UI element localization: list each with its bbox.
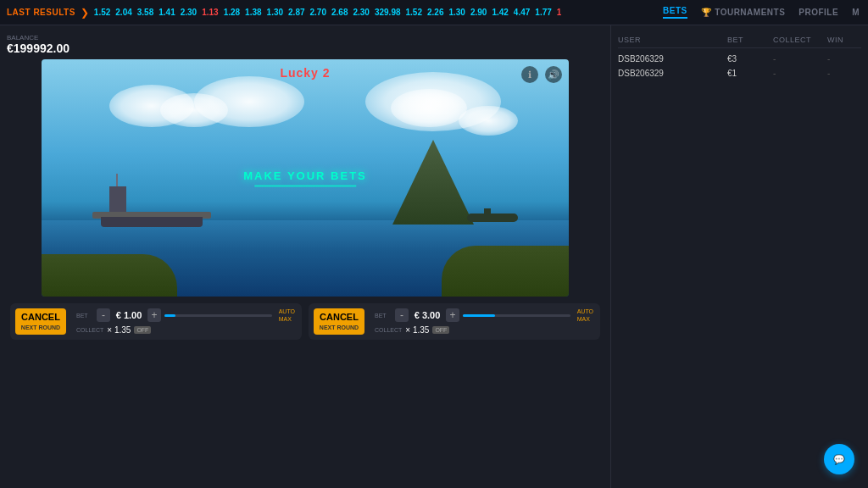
info-icon: ℹ [528,69,531,80]
game-controls: ℹ 🔊 [521,66,562,83]
nav-label: M [852,8,860,17]
cloud-3 [160,93,228,127]
bet-minus-2[interactable]: - [395,308,409,322]
bets-cell: DSB206329 [618,69,724,78]
bet-stepper-1: - € 1.00 + [97,308,161,322]
bet-slider-fill-2 [463,314,495,317]
main-layout: BALANCE €199992.00 [0,25,868,488]
result-item: 2.26 [427,8,443,17]
ground-right [442,246,569,297]
result-item: 1.38 [245,8,261,17]
next-round-label-2: NEXT ROUND [320,324,359,331]
nav-item-bets[interactable]: BETS [663,6,687,19]
make-bets-overlay: MAKE YOUR BETS [243,169,367,187]
collect-label-1: COLLECT [76,327,103,333]
cancel-label-2: CANCEL [320,312,359,323]
bet-inner-2: BET - € 3.00 + AUTO MAX [375,308,593,335]
bets-cell: €3 [727,54,770,64]
cancel-button-2[interactable]: CANCEL NEXT ROUND [314,308,364,335]
off-badge-1[interactable]: OFF [134,326,151,334]
right-panel: USERBETCOLLECTWIN DSB206329€3--DSB206329… [610,25,868,488]
result-item: 1.42 [492,8,508,17]
game-area: BALANCE €199992.00 [0,25,610,488]
result-item: 2.70 [310,8,326,17]
bet-label-1: BET [76,313,93,319]
max-label-2[interactable]: MAX [577,316,593,322]
bets-col-header: WIN [827,36,861,44]
sub-fin [484,208,491,215]
cloud-5 [391,89,467,127]
bet-inner-1: BET - € 1.00 + AUTO MAX [76,308,295,335]
bets-cell: - [827,54,861,64]
bet-plus-1[interactable]: + [147,308,161,322]
cancel-button-1[interactable]: CANCEL NEXT ROUND [15,308,66,335]
nav-item-profile[interactable]: PROFILE [798,8,838,17]
chat-icon: 💬 [833,454,845,465]
bet-label-2: BET [375,313,392,319]
collect-label-2: COLLECT [375,327,402,333]
bet-minus-1[interactable]: - [97,308,110,322]
collect-value-2: × 1.35 [405,325,429,335]
max-label-1[interactable]: MAX [279,316,295,322]
auto-label-2[interactable]: AUTO [577,308,593,314]
info-button[interactable]: ℹ [521,66,538,83]
collect-value-1: × 1.35 [107,325,131,335]
result-item: 1 [557,8,562,17]
bet-row-2: BET - € 3.00 + AUTO MAX [375,308,593,322]
sound-icon: 🔊 [548,69,559,80]
last-results-label: LAST RESULTS [7,8,75,17]
auto-label-1[interactable]: AUTO [279,308,295,314]
result-item: 1.41 [159,8,175,17]
bets-cell: - [827,69,861,78]
result-item: 1.30 [448,8,465,17]
nav-label: TOURNAMENTS [715,8,785,17]
game-canvas: MAKE YOUR BETS Lucky 2 ℹ 🔊 [42,59,569,297]
bets-table: USERBETCOLLECTWIN DSB206329€3--DSB206329… [611,25,868,488]
result-item: 1.30 [267,8,283,17]
trophy-icon: 🏆 [701,8,712,17]
next-round-label-1: NEXT ROUND [21,324,60,331]
nav-item-tournaments[interactable]: 🏆TOURNAMENTS [701,8,786,17]
bet-row-1: BET - € 1.00 + AUTO MAX [76,308,295,322]
result-item: 2.30 [353,8,369,17]
bets-cell: - [773,69,824,78]
off-badge-2[interactable]: OFF [432,326,449,334]
carrier-antenna [116,174,118,186]
result-item: 1.13 [202,8,218,17]
result-item: 1.52 [94,8,110,17]
balance-bar: BALANCE €199992.00 [7,32,604,56]
collect-row-1: COLLECT × 1.35 OFF [76,325,295,335]
sound-button[interactable]: 🔊 [545,66,562,83]
bet-side-labels-2: AUTO MAX [577,308,593,322]
nav-item-m[interactable]: M [852,8,860,17]
chat-button[interactable]: 💬 [824,444,854,474]
result-item: 2.87 [288,8,304,17]
nav-label: BETS [663,6,687,15]
nav-label: PROFILE [798,8,838,17]
bets-cell: DSB206329 [618,54,724,64]
result-item: 329.98 [375,8,401,17]
carrier-hull [101,217,203,227]
bets-row: DSB206329€3-- [618,52,861,66]
result-item: 1.28 [224,8,240,17]
bet-value-1: € 1.00 [112,310,146,320]
result-item: 2.30 [181,8,197,17]
bet-panel-2: CANCEL NEXT ROUND BET - € 3.00 + [309,303,600,340]
carrier-tower [109,186,126,212]
balance-title: BALANCE [7,34,70,42]
bet-slider-2[interactable] [463,314,570,317]
result-item: 2.90 [470,8,487,17]
result-item: 1.77 [535,8,551,17]
result-item: 1.52 [406,8,422,17]
bet-panel-1: CANCEL NEXT ROUND BET - € 1.00 + [10,303,302,340]
bets-header: USERBETCOLLECTWIN [618,32,861,48]
submarine [467,214,518,222]
bet-plus-2[interactable]: + [446,308,459,322]
result-item: 2.68 [331,8,348,17]
result-item: 3.58 [137,8,153,17]
bet-slider-1[interactable] [164,314,272,317]
bets-col-header: BET [727,36,770,44]
bet-stepper-2: - € 3.00 + [395,308,459,322]
collect-row-2: COLLECT × 1.35 OFF [375,325,593,335]
bets-rows: DSB206329€3--DSB206329€1-- [618,52,861,80]
